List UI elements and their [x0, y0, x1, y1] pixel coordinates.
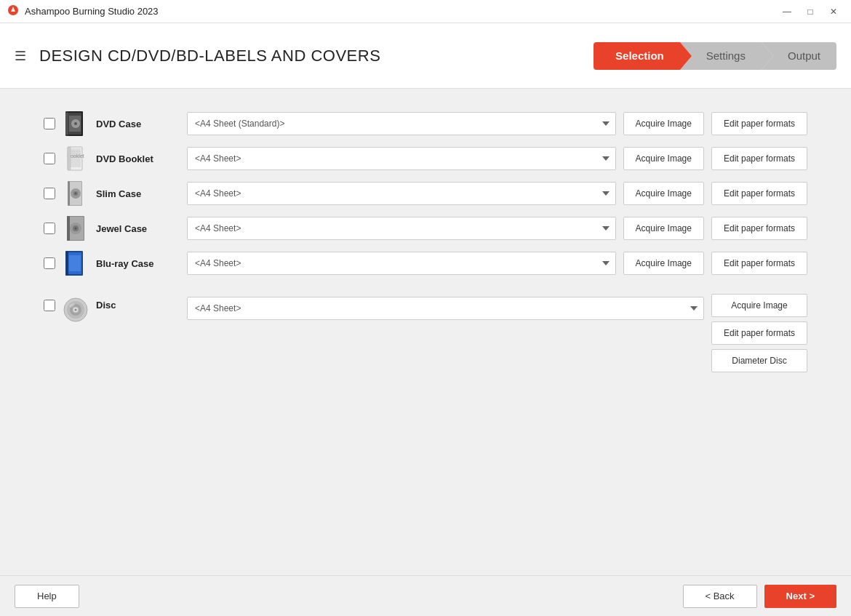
- disc-row: Disc <A4 Sheet> Acquire Image Edit paper…: [44, 294, 807, 372]
- jewel-case-row: Jewel Case <A4 Sheet> Acquire Image Edit…: [44, 215, 807, 241]
- minimize-button[interactable]: —: [777, 4, 797, 19]
- disc-diameter-btn[interactable]: Diameter Disc: [711, 349, 807, 372]
- slim-case-icon: [63, 180, 89, 207]
- bluray-case-edit-btn[interactable]: Edit paper formats: [711, 252, 807, 275]
- dvd-case-icon: [63, 111, 89, 137]
- hamburger-menu-icon[interactable]: ☰: [15, 48, 26, 64]
- bluray-case-label: Blu-ray Case: [96, 258, 180, 269]
- jewel-case-checkbox[interactable]: [44, 223, 55, 234]
- step-selection[interactable]: Selection: [594, 42, 680, 70]
- step-indicators: Selection Settings Output: [594, 42, 836, 70]
- dvd-booklet-row: Booklet DVD Booklet <A4 Sheet> Acquire I…: [44, 145, 807, 172]
- slim-case-row: Slim Case <A4 Sheet> Acquire Image Edit …: [44, 180, 807, 207]
- jewel-case-acquire-btn[interactable]: Acquire Image: [623, 217, 704, 240]
- svg-point-6: [74, 122, 77, 125]
- jewel-case-label: Jewel Case: [96, 223, 180, 234]
- svg-rect-31: [65, 251, 68, 276]
- disc-edit-btn[interactable]: Edit paper formats: [711, 321, 807, 345]
- jewel-case-dropdown[interactable]: <A4 Sheet>: [187, 217, 616, 240]
- disc-icon: [63, 297, 89, 323]
- dvd-booklet-edit-btn[interactable]: Edit paper formats: [711, 147, 807, 170]
- slim-case-acquire-btn[interactable]: Acquire Image: [623, 182, 704, 205]
- jewel-case-edit-btn[interactable]: Edit paper formats: [711, 217, 807, 240]
- slim-case-edit-btn[interactable]: Edit paper formats: [711, 182, 807, 205]
- disc-buttons: Acquire Image Edit paper formats Diamete…: [711, 294, 807, 372]
- svg-point-36: [75, 309, 77, 311]
- dvd-case-edit-btn[interactable]: Edit paper formats: [711, 112, 807, 135]
- step-settings[interactable]: Settings: [680, 42, 762, 70]
- slim-case-dropdown[interactable]: <A4 Sheet>: [187, 182, 616, 205]
- disc-acquire-btn[interactable]: Acquire Image: [711, 294, 807, 317]
- main-content: DVD Case <A4 Sheet (Standard)> Acquire I…: [0, 89, 851, 575]
- bluray-case-icon: [63, 250, 89, 276]
- window-controls: — □ ✕: [777, 4, 844, 19]
- bluray-case-acquire-btn[interactable]: Acquire Image: [623, 252, 704, 275]
- next-button[interactable]: Next >: [764, 585, 836, 608]
- dvd-booklet-icon: Booklet: [63, 145, 89, 172]
- slim-case-label: Slim Case: [96, 188, 180, 199]
- titlebar: Ashampoo Burning Studio 2023 — □ ✕: [0, 0, 851, 23]
- close-button[interactable]: ✕: [823, 4, 844, 19]
- dvd-booklet-label: DVD Booklet: [96, 153, 180, 164]
- disc-dropdown[interactable]: <A4 Sheet>: [187, 297, 704, 320]
- svg-rect-8: [66, 113, 68, 135]
- svg-rect-30: [69, 255, 81, 271]
- back-button[interactable]: < Back: [683, 585, 757, 608]
- disc-checkbox[interactable]: [44, 300, 55, 311]
- disc-label: Disc: [96, 300, 180, 311]
- dvd-case-checkbox[interactable]: [44, 118, 55, 129]
- svg-point-20: [75, 193, 76, 194]
- page-title: DESIGN CD/DVD/BD-LABELS AND COVERS: [39, 47, 594, 65]
- app-logo-icon: [7, 4, 19, 18]
- dvd-case-dropdown[interactable]: <A4 Sheet (Standard)>: [187, 112, 616, 135]
- footer: Help < Back Next >: [0, 575, 851, 616]
- dvd-booklet-dropdown[interactable]: <A4 Sheet>: [187, 147, 616, 170]
- slim-case-checkbox[interactable]: [44, 188, 55, 199]
- svg-rect-21: [68, 181, 70, 206]
- app-title: Ashampoo Burning Studio 2023: [25, 6, 159, 17]
- dvd-booklet-checkbox[interactable]: [44, 153, 55, 164]
- bluray-case-checkbox[interactable]: [44, 257, 55, 269]
- bluray-case-dropdown[interactable]: <A4 Sheet>: [187, 252, 616, 275]
- maximize-button[interactable]: □: [800, 4, 820, 19]
- dvd-case-row: DVD Case <A4 Sheet (Standard)> Acquire I…: [44, 111, 807, 137]
- bluray-case-row: Blu-ray Case <A4 Sheet> Acquire Image Ed…: [44, 250, 807, 276]
- svg-point-26: [75, 228, 77, 230]
- svg-rect-12: [68, 147, 71, 170]
- dvd-case-label: DVD Case: [96, 119, 180, 129]
- dvd-booklet-acquire-btn[interactable]: Acquire Image: [623, 147, 704, 170]
- dvd-case-acquire-btn[interactable]: Acquire Image: [623, 112, 704, 135]
- header: ☰ DESIGN CD/DVD/BD-LABELS AND COVERS Sel…: [0, 23, 851, 89]
- help-button[interactable]: Help: [15, 585, 79, 608]
- svg-rect-27: [67, 216, 70, 241]
- jewel-case-icon: [63, 215, 89, 241]
